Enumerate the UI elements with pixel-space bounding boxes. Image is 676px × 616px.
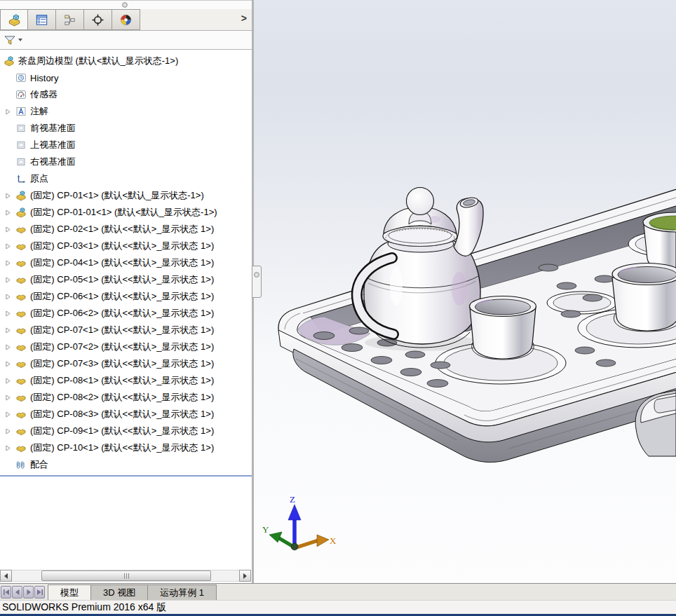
expand-arrow-icon[interactable] [4, 207, 13, 217]
tea-cup-right-model[interactable] [612, 263, 676, 332]
part-icon [15, 341, 27, 353]
tea-cup-front-model[interactable] [470, 296, 536, 360]
tea-cup-green-model[interactable] [643, 212, 676, 270]
part-icon [15, 240, 27, 252]
tree-item[interactable]: 原点 [0, 170, 252, 187]
propertymanager-tab[interactable] [28, 9, 56, 30]
tree-item[interactable]: (固定) CP-06<1> (默认<<默认>_显示状态 1>) [0, 288, 252, 305]
next-tab-button[interactable] [23, 586, 34, 598]
part-icon [15, 375, 27, 386]
left-arrow-icon [4, 573, 8, 579]
expand-arrow-icon[interactable] [4, 443, 13, 453]
tree-item[interactable]: (固定) CP-07<2> (默认<<默认>_显示状态 1>) [0, 338, 252, 355]
scrollbar-track[interactable] [12, 570, 239, 582]
expand-arrow-icon[interactable] [4, 107, 13, 116]
tree-item-label: (固定) CP-10<1> (默认<<默认>_显示状态 1>) [30, 442, 214, 454]
last-tab-button[interactable] [34, 586, 45, 598]
tree-item[interactable]: (固定) CP-02<1> (默认<<默认>_显示状态 1>) [0, 221, 252, 238]
graphics-area[interactable]: Z Y X [254, 0, 676, 583]
tree-root-label: 茶盘周边模型 (默认<默认_显示状态-1>) [18, 55, 178, 67]
tree-filter[interactable] [0, 30, 252, 50]
tree-item[interactable]: (固定) CP-05<1> (默认<<默认>_显示状态 1>) [0, 271, 252, 288]
viewport-3d[interactable]: Z Y X [254, 0, 676, 583]
expand-arrow-icon[interactable] [4, 258, 13, 268]
expand-arrow-icon[interactable] [4, 275, 13, 285]
filter-dropdown-caret[interactable] [18, 39, 22, 41]
filter-funnel-icon[interactable] [4, 35, 16, 46]
expand-arrow-icon[interactable] [4, 409, 13, 419]
tab-3d-views[interactable]: 3D 视图 [90, 584, 147, 600]
rollback-bar[interactable] [0, 475, 252, 477]
expand-arrow-icon[interactable] [4, 224, 13, 234]
feature-tree-icon [8, 13, 21, 27]
tree-item[interactable]: (固定) CP-07<3> (默认<<默认>_显示状态 1>) [0, 355, 252, 372]
expand-arrow-icon[interactable] [4, 241, 13, 251]
dimxpertmanager-tab[interactable] [84, 9, 112, 30]
tree-item[interactable]: (固定) CP-07<1> (默认<<默认>_显示状态 1>) [0, 322, 252, 338]
tree-item-label: (固定) CP-02<1> (默认<<默认>_显示状态 1>) [30, 223, 214, 235]
tab-motion-study-1[interactable]: 运动算例 1 [147, 584, 217, 600]
tab-overflow-arrow[interactable]: > [241, 13, 247, 24]
tree-item[interactable]: (固定) CP-09<1> (默认<<默认>_显示状态 1>) [0, 423, 252, 439]
tree-item[interactable]: 注解 [0, 103, 252, 120]
feature-tree: 茶盘周边模型 (默认<默认_显示状态-1>) History 传感器 注解 前视… [0, 50, 252, 477]
tree-item[interactable]: (固定) CP-08<2> (默认<<默认>_显示状态 1>) [0, 389, 252, 406]
tree-item[interactable]: (固定) CP-08<3> (默认<<默认>_显示状态 1>) [0, 406, 252, 423]
tree-item-label: (固定) CP-07<2> (默认<<默认>_显示状态 1>) [30, 341, 214, 353]
panel-top-strip [0, 1, 252, 9]
tree-item[interactable]: (固定) CP-08<1> (默认<<默认>_显示状态 1>) [0, 372, 252, 389]
expand-arrow-icon[interactable] [4, 325, 13, 335]
panel-splitter-handle[interactable] [252, 266, 262, 298]
annotations-icon [15, 106, 27, 117]
tree-item[interactable]: 右视基准面 [0, 153, 252, 170]
expand-arrow-icon[interactable] [4, 392, 13, 402]
sensors-icon [15, 89, 27, 100]
next-arrow-icon [25, 589, 32, 596]
tab-3d-views-label: 3D 视图 [103, 587, 135, 599]
tree-item[interactable]: 传感器 [0, 86, 252, 103]
tree-item[interactable]: 配合 [0, 456, 252, 473]
scrollbar-thumb[interactable] [41, 570, 211, 581]
tree-item-label: 注解 [30, 105, 48, 118]
tree-item[interactable]: (固定) CP-10<1> (默认<<默认>_显示状态 1>) [0, 439, 252, 456]
tree-item[interactable]: (固定) CP-01<1> (默认<默认_显示状态-1>) [0, 187, 252, 204]
part-icon [15, 324, 27, 336]
displaymanager-tab[interactable] [112, 9, 140, 30]
expand-arrow-icon[interactable] [4, 292, 13, 301]
tree-item[interactable]: (固定) CP-04<1> (默认<<默认>_显示状态 1>) [0, 254, 252, 271]
panel-splitter-grip[interactable] [122, 2, 128, 8]
tree-item-label: (固定) CP-04<1> (默认<<默认>_显示状态 1>) [30, 256, 214, 269]
tree-item[interactable]: (固定) CP-01-01<1> (默认<默认_显示状态-1>) [0, 204, 252, 221]
mates-icon [15, 459, 27, 470]
expand-arrow-icon[interactable] [4, 359, 13, 369]
manager-tab-bar: > [0, 9, 252, 30]
tree-item[interactable]: (固定) CP-06<2> (默认<<默认>_显示状态 1>) [0, 305, 252, 322]
tree-root-item[interactable]: 茶盘周边模型 (默认<默认_显示状态-1>) [0, 53, 252, 69]
tab-model[interactable]: 模型 [48, 584, 90, 600]
expand-arrow-icon[interactable] [4, 426, 13, 436]
tree-item[interactable]: (固定) CP-03<1> (默认<<默认>_显示状态 1>) [0, 238, 252, 254]
part-icon [15, 308, 27, 319]
expand-arrow-icon[interactable] [4, 308, 13, 318]
tree-item[interactable]: History [0, 69, 252, 86]
expand-arrow-icon[interactable] [4, 342, 13, 352]
tree-item[interactable]: 上视基准面 [0, 137, 252, 153]
tree-item-label: 前视基准面 [30, 122, 76, 135]
scroll-right-button[interactable] [239, 570, 251, 582]
triad-z-label: Z [290, 494, 295, 505]
first-tab-button[interactable] [1, 586, 11, 598]
expand-arrow-icon[interactable] [4, 376, 13, 385]
last-arrow-icon [36, 589, 43, 596]
horizontal-scrollbar[interactable] [0, 570, 251, 582]
sheet-navigation-buttons [1, 586, 45, 598]
assembly-icon [15, 190, 27, 201]
featuremanager-tab[interactable] [0, 9, 28, 30]
expand-arrow-icon[interactable] [4, 191, 13, 200]
previous-tab-button[interactable] [12, 586, 22, 598]
tree-item[interactable]: 前视基准面 [0, 120, 252, 137]
splitter-grip-icon [254, 272, 259, 278]
tree-item-label: 右视基准面 [30, 156, 76, 168]
scroll-left-button[interactable] [0, 570, 12, 582]
part-icon [15, 224, 27, 235]
configurationmanager-tab[interactable] [56, 9, 84, 30]
